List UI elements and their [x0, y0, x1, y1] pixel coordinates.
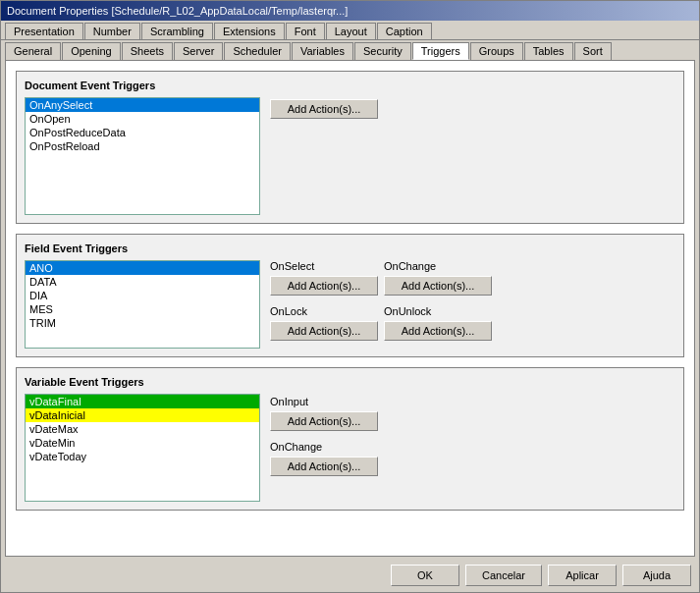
- tab-bottom-variables[interactable]: Variables: [292, 42, 353, 60]
- tab-bottom-triggers[interactable]: Triggers: [412, 42, 469, 60]
- on-input-button[interactable]: Add Action(s)...: [270, 411, 378, 431]
- top-tab-bar: PresentationNumberScramblingExtensionsFo…: [1, 21, 699, 40]
- doc-triggers-inner: OnAnySelect OnOpen OnPostReduceData OnPo…: [25, 97, 675, 215]
- list-item[interactable]: OnAnySelect: [26, 98, 259, 112]
- list-item[interactable]: vDataFinal: [26, 395, 259, 408]
- field-triggers-section: Field Event Triggers ANO DATA DIA MES TR…: [16, 234, 684, 357]
- variable-triggers-list[interactable]: vDataFinal vDataInicial vDateMax vDateMi…: [25, 394, 260, 502]
- list-item[interactable]: DATA: [26, 275, 259, 289]
- bottom-tab-bar: GeneralOpeningSheetsServerSchedulerVaria…: [1, 40, 699, 60]
- field-events-grid: OnSelect Add Action(s)... OnLock Add Act…: [270, 260, 492, 341]
- variable-triggers-inner: vDataFinal vDataInicial vDateMax vDateMi…: [25, 394, 675, 502]
- apply-button[interactable]: Aplicar: [548, 565, 617, 586]
- main-window: Document Properties [Schedule/R_L02_AppD…: [0, 0, 700, 593]
- list-item[interactable]: ANO: [26, 261, 259, 275]
- var-on-change-button[interactable]: Add Action(s)...: [270, 457, 378, 476]
- on-input-label: OnInput: [270, 396, 378, 407]
- tab-top-layout[interactable]: Layout: [326, 23, 376, 39]
- list-item[interactable]: vDateMax: [26, 422, 259, 436]
- list-item[interactable]: vDateMin: [26, 436, 259, 450]
- tab-top-font[interactable]: Font: [286, 23, 325, 39]
- variable-action-buttons: OnInput Add Action(s)... OnChange Add Ac…: [270, 394, 378, 476]
- tab-bottom-security[interactable]: Security: [354, 42, 411, 60]
- list-item[interactable]: OnPostReload: [26, 139, 259, 153]
- field-event-col-1: OnSelect Add Action(s)... OnLock Add Act…: [270, 260, 378, 341]
- tab-bottom-general[interactable]: General: [5, 42, 61, 60]
- on-select-label: OnSelect: [270, 260, 378, 272]
- tab-bottom-sort[interactable]: Sort: [574, 42, 612, 60]
- tab-bottom-scheduler[interactable]: Scheduler: [224, 42, 291, 60]
- on-change-label: OnChange: [384, 260, 492, 272]
- tab-top-presentation[interactable]: Presentation: [5, 23, 83, 39]
- tab-bottom-tables[interactable]: Tables: [524, 42, 573, 60]
- list-item[interactable]: TRIM: [26, 316, 259, 330]
- on-change-button[interactable]: Add Action(s)...: [384, 276, 492, 296]
- variable-event-col: OnInput Add Action(s)... OnChange Add Ac…: [270, 396, 378, 476]
- tab-top-scrambling[interactable]: Scrambling: [141, 23, 213, 39]
- field-triggers-inner: ANO DATA DIA MES TRIM OnSelect Add Actio…: [25, 260, 675, 349]
- list-item[interactable]: DIA: [26, 289, 259, 302]
- field-event-col-2: OnChange Add Action(s)... OnUnlock Add A…: [384, 260, 492, 341]
- tab-bottom-groups[interactable]: Groups: [470, 42, 523, 60]
- window-title: Document Properties [Schedule/R_L02_AppD…: [7, 5, 348, 17]
- tab-top-number[interactable]: Number: [84, 23, 140, 39]
- doc-triggers-section: Document Event Triggers OnAnySelect OnOp…: [16, 71, 684, 224]
- ok-button[interactable]: OK: [391, 565, 459, 586]
- variable-triggers-section: Variable Event Triggers vDataFinal vData…: [16, 367, 684, 511]
- variable-triggers-title: Variable Event Triggers: [25, 376, 675, 388]
- title-bar: Document Properties [Schedule/R_L02_AppD…: [1, 1, 699, 21]
- tab-top-caption[interactable]: Caption: [377, 23, 432, 39]
- list-item[interactable]: vDateToday: [26, 450, 259, 463]
- on-lock-label: OnLock: [270, 305, 378, 317]
- tab-top-extensions[interactable]: Extensions: [214, 23, 285, 39]
- tab-bottom-sheets[interactable]: Sheets: [122, 42, 173, 60]
- list-item[interactable]: OnPostReduceData: [26, 126, 259, 139]
- field-triggers-list[interactable]: ANO DATA DIA MES TRIM: [25, 260, 260, 349]
- on-unlock-button[interactable]: Add Action(s)...: [384, 321, 492, 341]
- on-select-button[interactable]: Add Action(s)...: [270, 276, 378, 296]
- var-on-change-label: OnChange: [270, 441, 378, 453]
- doc-triggers-list[interactable]: OnAnySelect OnOpen OnPostReduceData OnPo…: [25, 97, 260, 215]
- doc-action-buttons: Add Action(s)...: [270, 97, 378, 119]
- list-item[interactable]: OnOpen: [26, 112, 259, 126]
- doc-triggers-title: Document Event Triggers: [25, 80, 675, 91]
- list-item[interactable]: vDataInicial: [26, 408, 259, 422]
- tab-bottom-opening[interactable]: Opening: [62, 42, 121, 60]
- on-lock-button[interactable]: Add Action(s)...: [270, 321, 378, 341]
- tab-bottom-server[interactable]: Server: [174, 42, 223, 60]
- cancel-button[interactable]: Cancelar: [465, 565, 542, 586]
- list-item[interactable]: MES: [26, 302, 259, 316]
- doc-add-action-button[interactable]: Add Action(s)...: [270, 99, 378, 119]
- field-triggers-title: Field Event Triggers: [25, 243, 675, 254]
- main-content: Document Event Triggers OnAnySelect OnOp…: [5, 60, 695, 557]
- help-button[interactable]: Ajuda: [622, 565, 691, 586]
- footer: OK Cancelar Aplicar Ajuda: [1, 561, 699, 592]
- on-unlock-label: OnUnlock: [384, 305, 492, 317]
